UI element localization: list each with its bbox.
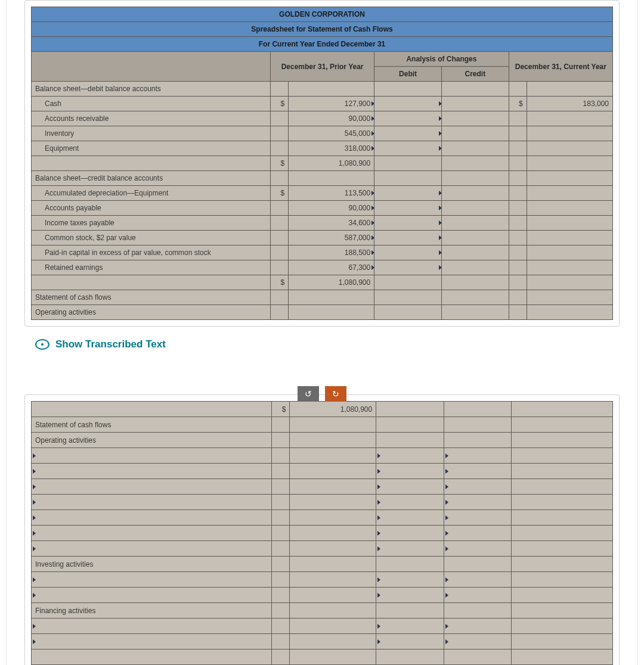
- input-row[interactable]: [32, 572, 272, 588]
- undo-button[interactable]: ↺: [298, 386, 319, 402]
- row-inv: Inventory: [32, 126, 271, 141]
- col-analysis: Analysis of Changes: [374, 52, 509, 67]
- cash-flow-input-grid: $ 1,080,900 Statement of cash flows Oper…: [31, 401, 613, 665]
- eye-icon: [35, 339, 49, 350]
- credit-total: 1,080,900: [289, 275, 374, 290]
- undo-icon: ↺: [305, 389, 312, 399]
- section-credit: Balance sheet—credit balance accounts: [32, 171, 271, 186]
- doc-period: For Current Year Ended December 31: [32, 37, 613, 52]
- input-row[interactable]: [32, 634, 272, 650]
- input-row[interactable]: [32, 619, 272, 634]
- input-row[interactable]: [32, 510, 272, 526]
- p2-stmt-cf: Statement of cash flows: [32, 417, 272, 433]
- row-cs: Common stock, $2 par value: [32, 231, 271, 246]
- row-equip: Equipment: [32, 141, 271, 156]
- section-operating: Operating activities: [32, 305, 271, 320]
- row-itp: Income taxes payable: [32, 216, 271, 231]
- p2-financing: Financing activities: [32, 603, 272, 619]
- row-ap: Accounts payable: [32, 201, 271, 216]
- doc-title: Spreadsheet for Statement of Cash Flows: [32, 22, 613, 37]
- row-re: Retained earnings: [32, 260, 271, 275]
- debit-total: 1,080,900: [289, 156, 374, 171]
- input-row[interactable]: [32, 526, 272, 541]
- col-prior: December 31, Prior Year: [271, 52, 374, 82]
- p2-operating: Operating activities: [32, 433, 272, 448]
- row-accdep: Accumulated depreciation—Equipment: [32, 186, 271, 201]
- panel2-total: 1,080,900: [290, 402, 376, 417]
- section-stmt-cf: Statement of cash flows: [32, 290, 271, 305]
- input-row[interactable]: [32, 448, 272, 464]
- row-cash: Cash: [32, 97, 271, 111]
- redo-button[interactable]: ↻: [325, 386, 346, 402]
- section-debit: Balance sheet—debit balance accounts: [32, 82, 271, 97]
- col-current: December 31, Current Year: [509, 52, 612, 82]
- input-row[interactable]: [32, 479, 272, 495]
- row-ar: Accounts receivable: [32, 111, 271, 126]
- col-debit: Debit: [374, 67, 442, 82]
- col-credit: Credit: [441, 67, 509, 82]
- input-row[interactable]: [32, 541, 272, 557]
- input-row[interactable]: [32, 464, 272, 479]
- row-pic: Paid-in capital in excess of par value, …: [32, 246, 271, 260]
- redo-icon: ↻: [332, 389, 339, 399]
- cash-flow-spreadsheet: GOLDEN CORPORATION Spreadsheet for State…: [31, 7, 613, 320]
- input-row[interactable]: [32, 495, 272, 510]
- show-transcribed-text-link[interactable]: Show Transcribed Text: [35, 338, 620, 350]
- input-row[interactable]: [32, 588, 272, 603]
- p2-investing: Investing activities: [32, 557, 272, 572]
- company-name: GOLDEN CORPORATION: [32, 7, 613, 22]
